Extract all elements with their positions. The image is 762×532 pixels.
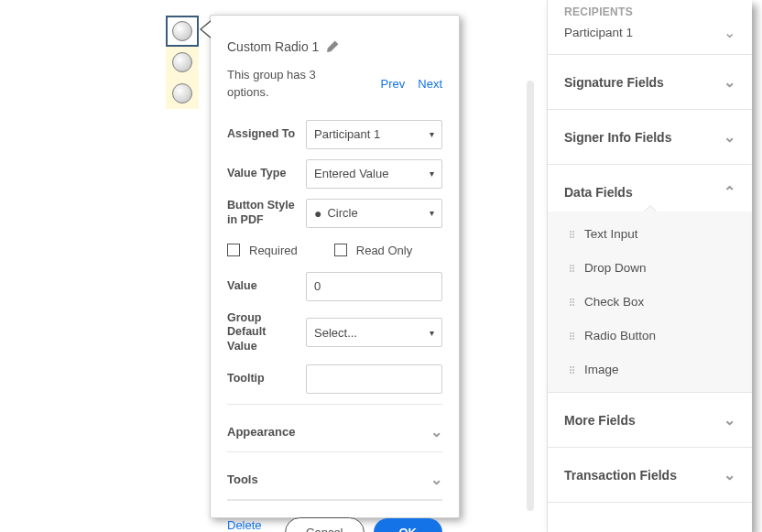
signer-info-fields-label: Signer Info Fields [564, 130, 671, 145]
radio-circle-icon [172, 83, 192, 103]
assigned-to-label: Assigned To [227, 127, 299, 142]
chevron-down-icon: ⌄ [430, 471, 442, 488]
drag-handle-icon [570, 265, 575, 272]
sidebar-item-label: Check Box [584, 295, 644, 309]
sidebar-item-label: Text Input [584, 227, 638, 241]
recipient-select[interactable]: Participant 1 ⌄ [548, 24, 752, 54]
pencil-icon[interactable] [326, 40, 339, 53]
radio-option-2[interactable] [166, 47, 199, 78]
signer-info-fields-section[interactable]: Signer Info Fields ⌄ [548, 110, 752, 164]
group-default-label: Group Default Value [227, 311, 299, 354]
chevron-down-icon: ⌄ [430, 423, 442, 440]
delete-field-link[interactable]: Delete Field [227, 518, 276, 532]
read-only-checkbox[interactable] [334, 244, 347, 256]
group-info-text: This group has 3 options. [227, 67, 328, 102]
chevron-down-icon: ⌄ [724, 128, 735, 146]
sidebar-item-text-input[interactable]: Text Input [548, 217, 752, 251]
cancel-button[interactable]: Cancel [285, 517, 364, 532]
drag-handle-icon [570, 299, 575, 306]
sidebar-item-label: Radio Button [584, 329, 656, 342]
panel-pointer-icon [200, 20, 211, 38]
value-type-label: Value Type [227, 167, 299, 181]
drag-handle-icon [570, 366, 575, 374]
sidebar-item-drop-down[interactable]: Drop Down [548, 251, 752, 285]
value-input[interactable]: 0 [306, 272, 442, 301]
tools-section-toggle[interactable]: Tools ⌄ [227, 451, 442, 500]
button-style-select[interactable]: ● Circle [306, 199, 442, 228]
value-type-select[interactable]: Entered Value [306, 159, 442, 189]
radio-option-1[interactable] [166, 16, 199, 47]
tooltip-label: Tooltip [227, 372, 299, 386]
field-properties-panel: Custom Radio 1 This group has 3 options.… [210, 15, 460, 518]
appearance-section-toggle[interactable]: Appearance ⌄ [227, 404, 442, 451]
sidebar-item-radio-button[interactable]: Radio Button [548, 319, 752, 353]
chevron-down-icon: ⌄ [724, 466, 735, 483]
chevron-up-icon: ⌃ [724, 183, 735, 201]
assigned-to-value: Participant 1 [314, 127, 380, 141]
scrollbar-track[interactable] [527, 81, 534, 511]
tooltip-input[interactable] [306, 364, 442, 394]
drag-handle-icon [570, 332, 575, 340]
required-label: Required [249, 244, 298, 257]
sidebar-item-label: Image [584, 363, 619, 376]
transaction-fields-label: Transaction Fields [564, 468, 677, 483]
panel-title: Custom Radio 1 [227, 39, 319, 54]
chevron-down-icon: ⌄ [724, 73, 735, 91]
appearance-section-label: Appearance [227, 425, 295, 439]
chevron-down-icon: ⌄ [724, 24, 735, 41]
chevron-down-icon: ⌄ [724, 411, 735, 429]
value-type-value: Entered Value [314, 167, 388, 180]
tools-section-label: Tools [227, 472, 258, 486]
data-fields-items: Text Input Drop Down Check Box Radio But… [548, 212, 752, 392]
prev-link[interactable]: Prev [381, 77, 406, 91]
more-fields-label: More Fields [564, 413, 636, 428]
ok-button[interactable]: OK [374, 518, 443, 532]
radio-button-group [166, 16, 199, 109]
signature-fields-section[interactable]: Signature Fields ⌄ [548, 55, 752, 109]
signature-fields-label: Signature Fields [564, 75, 664, 90]
data-fields-section[interactable]: Data Fields ⌃ [548, 165, 752, 212]
recipients-heading: RECIPIENTS [548, 0, 752, 24]
fields-sidebar: RECIPIENTS Participant 1 ⌄ Signature Fie… [547, 0, 752, 532]
radio-option-3[interactable] [166, 78, 199, 109]
sidebar-item-check-box[interactable]: Check Box [548, 285, 752, 319]
group-default-value: Select... [314, 326, 357, 340]
data-fields-label: Data Fields [564, 185, 633, 200]
value-input-text: 0 [314, 279, 321, 293]
sidebar-item-image[interactable]: Image [548, 353, 752, 386]
drag-handle-icon [570, 231, 575, 238]
read-only-label: Read Only [356, 244, 412, 257]
sidebar-item-label: Drop Down [584, 261, 647, 275]
more-fields-section[interactable]: More Fields ⌄ [548, 393, 752, 447]
radio-circle-icon [172, 21, 192, 41]
next-link[interactable]: Next [418, 77, 442, 91]
group-default-select[interactable]: Select... [306, 318, 442, 347]
button-style-label: Button Style in PDF [227, 199, 299, 227]
bullet-icon: ● [314, 206, 321, 221]
transaction-fields-section[interactable]: Transaction Fields ⌄ [548, 448, 752, 502]
button-style-value: Circle [327, 206, 357, 220]
radio-circle-icon [172, 52, 192, 72]
assigned-to-select[interactable]: Participant 1 [306, 120, 442, 149]
recipient-value: Participant 1 [564, 26, 633, 39]
value-label: Value [227, 279, 299, 294]
required-checkbox[interactable] [227, 244, 240, 256]
